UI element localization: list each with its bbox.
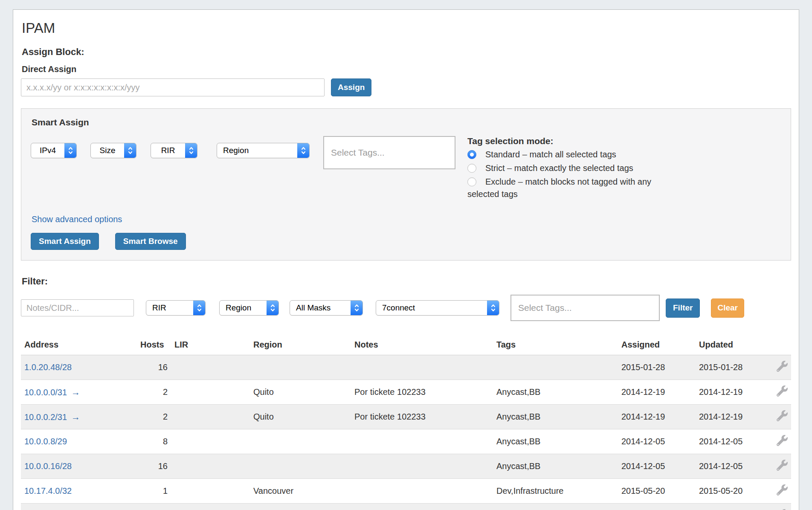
region-cell: Quito [250, 405, 351, 429]
clear-button[interactable]: Clear [711, 298, 744, 318]
afi-select[interactable]: IPv4 [31, 143, 77, 158]
edit-block-button[interactable] [777, 385, 788, 397]
select-arrows-icon [351, 301, 362, 315]
hosts-cell: 16 [137, 355, 171, 380]
col-header-assigned: Assigned [618, 336, 696, 355]
notes-cell [351, 355, 493, 380]
direct-assign-label: Direct Assign [22, 64, 791, 74]
edit-block-button[interactable] [777, 460, 788, 471]
region-select[interactable]: Region [217, 143, 310, 158]
updated-cell: 2015-01-28 [696, 355, 768, 380]
filter-button[interactable]: Filter [666, 298, 700, 318]
address-link[interactable]: 1.0.20.48/28 [24, 362, 72, 372]
assign-button[interactable]: Assign [331, 78, 371, 96]
smart-assign-selects: IPv4 Size RIR [31, 143, 310, 158]
smart-browse-button[interactable]: Smart Browse [115, 233, 186, 250]
col-header-address: Address [21, 336, 137, 355]
table-header-row: Address Hosts LIR Region Notes Tags Assi… [21, 336, 791, 355]
address-link[interactable]: 10.0.0.8/29 [24, 437, 67, 446]
notes-cell [351, 454, 493, 479]
region-cell: Quito [250, 380, 351, 405]
select-arrows-icon [185, 143, 197, 158]
ipam-table-body: 1.0.20.48/28 16 2015-01-28 2015-01-28 10… [21, 355, 791, 510]
region-cell [250, 429, 351, 454]
assigned-cell: 2014-12-05 [618, 454, 696, 479]
tags-cell [493, 355, 618, 380]
address-link[interactable]: 10.0.0.16/28 [24, 461, 72, 471]
select-arrows-icon [487, 301, 499, 315]
address-link[interactable]: 10.17.4.0/32 [24, 486, 72, 496]
wrench-icon [777, 460, 788, 471]
wrench-icon [777, 484, 788, 496]
assigned-cell: 2014-12-19 [618, 405, 696, 429]
tag-mode-option-standard[interactable]: Standard – match all selected tags [467, 148, 652, 161]
filter-tags-input[interactable]: Select Tags... [510, 295, 660, 321]
lir-cell [171, 380, 250, 405]
notes-cell [351, 479, 493, 504]
smart-assign-controls: IPv4 Size RIR [31, 136, 781, 202]
col-header-hosts: Hosts [137, 336, 171, 355]
lir-cell [171, 454, 250, 479]
col-header-notes: Notes [351, 336, 493, 355]
filter-masks-select[interactable]: All Masks [290, 300, 363, 316]
edit-block-button[interactable] [777, 435, 788, 446]
radio-button[interactable] [467, 177, 476, 186]
ipam-panel: IPAM Assign Block: Direct Assign Assign … [13, 9, 799, 510]
address-link[interactable]: 10.0.0.0/31→ [24, 388, 80, 397]
updated-cell: 2014-12-05 [696, 429, 768, 454]
region-cell [250, 355, 351, 380]
assigned-cell: 2015-01-28 [618, 355, 696, 380]
lir-cell [171, 429, 250, 454]
updated-cell: 2014-12-19 [696, 380, 768, 405]
lir-cell [171, 355, 250, 380]
notes-cell: Por tickete 102233 [351, 405, 493, 429]
hosts-cell: 2 [137, 380, 171, 405]
page-title: IPAM [22, 20, 791, 36]
region-cell [250, 454, 351, 479]
filter-row: RIR Region All Masks 7connect Select Tag [21, 295, 791, 321]
smart-assign-button[interactable]: Smart Assign [31, 233, 99, 250]
wrench-icon [777, 385, 788, 397]
smart-assign-panel: Smart Assign IPv4 Size RIR [21, 108, 791, 261]
address-link[interactable]: 10.0.0.2/31→ [24, 412, 80, 422]
assign-block-heading: Assign Block: [22, 46, 791, 58]
direct-assign-input[interactable] [21, 78, 325, 96]
table-row: 10.0.0.2/31→ 2 Quito Por tickete 102233 … [21, 405, 791, 429]
filter-lir-select[interactable]: 7connect [376, 300, 499, 316]
lir-cell [171, 405, 250, 429]
size-select[interactable]: Size [90, 143, 136, 158]
edit-block-button[interactable] [777, 484, 788, 496]
col-header-actions [768, 336, 791, 355]
tag-mode-option-strict[interactable]: Strict – match exactly the selected tags [467, 162, 652, 174]
select-arrows-icon [267, 301, 278, 315]
col-header-region: Region [250, 336, 351, 355]
show-advanced-options-link[interactable]: Show advanced options [32, 214, 122, 224]
region-cell: Vancouver [250, 504, 351, 510]
lir-cell [171, 479, 250, 504]
tags-cell [493, 504, 618, 510]
radio-button[interactable] [467, 164, 476, 173]
rir-select[interactable]: RIR [151, 143, 197, 158]
radio-button[interactable] [467, 150, 476, 159]
select-arrows-icon [124, 143, 136, 158]
region-cell: Vancouver [250, 479, 351, 504]
updated-cell: 2015-05-20 [696, 504, 768, 510]
assigned-cell: 2015-05-20 [618, 504, 696, 510]
col-header-updated: Updated [696, 336, 768, 355]
select-arrows-icon [297, 143, 309, 158]
notes-cell [351, 504, 493, 510]
tags-cell: Anycast,BB [493, 405, 618, 429]
table-row: 1.0.20.48/28 16 2015-01-28 2015-01-28 [21, 355, 791, 380]
wrench-icon [777, 361, 788, 372]
wrench-icon [777, 410, 788, 421]
select-arrows-icon [193, 301, 205, 315]
tags-cell: Anycast,BB [493, 380, 618, 405]
filter-region-select[interactable]: Region [219, 300, 279, 316]
edit-block-button[interactable] [777, 410, 788, 421]
tag-mode-option-exclude[interactable]: Exclude – match blocks not tagged with a… [467, 176, 652, 200]
smart-assign-tags-input[interactable]: Select Tags... [323, 136, 455, 169]
edit-block-button[interactable] [777, 361, 788, 372]
filter-rir-select[interactable]: RIR [146, 300, 206, 316]
notes-cidr-input[interactable] [21, 299, 134, 316]
updated-cell: 2014-12-19 [696, 405, 768, 429]
